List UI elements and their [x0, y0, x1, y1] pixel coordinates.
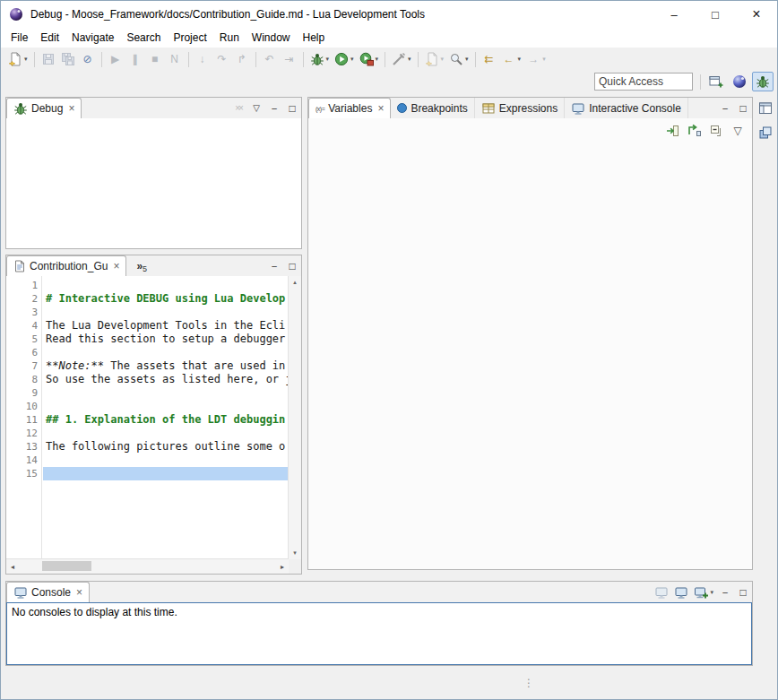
variables-tab-strip: (x)=Variables×BreakpointsExpressionsInte… [308, 98, 688, 118]
tab-breakpoints[interactable]: Breakpoints [391, 98, 474, 118]
minimize-button[interactable]: – [653, 1, 695, 28]
open-element-button[interactable]: ▾ [447, 49, 471, 69]
run-button[interactable]: ▾ [333, 49, 356, 69]
code-line[interactable] [43, 400, 289, 413]
step-over-button: ↷ [213, 49, 231, 69]
open-console-dropdown-icon[interactable]: ▾ [710, 589, 713, 596]
tab-console[interactable]: Console × [6, 582, 90, 603]
line-number: 9 [18, 386, 38, 400]
line-number-ruler[interactable]: 123456789101112131415 [18, 276, 42, 559]
run-dropdown-icon[interactable]: ▾ [350, 56, 354, 63]
code-line[interactable] [43, 454, 289, 467]
editor-text-area[interactable]: # Interactive DEBUG using Lua DevelopThe… [43, 276, 289, 559]
scroll-up-icon[interactable]: ▴ [289, 277, 301, 288]
skip-all-breakpoints-icon: ⊘ [81, 52, 95, 66]
new-wizard-button[interactable]: ▾ [6, 49, 30, 69]
tab-interactive-console[interactable]: Interactive Console [565, 98, 688, 118]
debug-dropdown-icon[interactable]: ▾ [326, 56, 330, 63]
collapse-all-button[interactable] [707, 121, 725, 141]
run-external-tools-dropdown-icon[interactable]: ▾ [376, 56, 379, 63]
debug-view-maximize-button[interactable]: □ [283, 98, 301, 118]
app-window: Debug - Moose_Framework/docs/Contributio… [0, 0, 778, 700]
lua-perspective-button[interactable] [729, 72, 750, 91]
tab-contribution-guide[interactable]: Contribution_Gu × [6, 255, 126, 277]
new-lua-wizard-dropdown-icon[interactable]: ▾ [441, 56, 445, 63]
editor-horizontal-scrollbar[interactable]: ◂ ▸ [6, 558, 289, 574]
hidden-editors-count: 5 [143, 264, 147, 273]
code-line[interactable] [43, 279, 289, 292]
code-line[interactable]: **Note:** The assets that are used in [43, 359, 289, 373]
new-lua-wizard-icon [425, 52, 439, 66]
show-logical-structure-button[interactable] [664, 121, 682, 141]
variables-maximize-button[interactable]: □ [734, 98, 752, 118]
debug-tab-close-icon[interactable]: × [68, 102, 74, 115]
view-menu-button[interactable]: ▽ [729, 121, 747, 141]
debug-view-minimize-button[interactable]: – [265, 98, 283, 118]
restore-minimized-view-a-icon[interactable] [757, 100, 774, 117]
close-button[interactable]: × [736, 1, 777, 28]
menu-run[interactable]: Run [213, 30, 246, 46]
annotation-ruler[interactable] [6, 276, 19, 559]
open-console-button[interactable]: ▾ [692, 583, 715, 602]
debug-view-menu-icon[interactable]: ▽ [247, 98, 265, 118]
console-tab-close-icon[interactable]: × [76, 586, 82, 599]
editor-tab-overflow[interactable]: »5 [132, 255, 151, 276]
menu-navigate[interactable]: Navigate [65, 30, 120, 46]
code-line[interactable]: # Interactive DEBUG using Lua Develop [43, 292, 289, 306]
debug-perspective-button[interactable] [752, 72, 774, 91]
menu-help[interactable]: Help [297, 30, 332, 46]
code-line[interactable] [43, 306, 289, 319]
scroll-left-icon[interactable]: ◂ [6, 559, 19, 574]
menu-edit[interactable]: Edit [34, 30, 65, 46]
open-element-dropdown-icon[interactable]: ▾ [465, 56, 469, 63]
cursor-line[interactable] [43, 467, 289, 480]
skip-all-breakpoints-button[interactable]: ⊘ [79, 49, 97, 69]
line-number: 12 [18, 427, 38, 440]
open-perspective-button[interactable] [705, 72, 727, 91]
code-line[interactable]: So use the assets as listed here, or j [43, 373, 289, 386]
maximize-button[interactable]: □ [695, 1, 736, 28]
menu-file[interactable]: File [4, 30, 34, 46]
console-minimize-button[interactable]: – [716, 582, 734, 602]
code-line[interactable] [43, 427, 289, 440]
tab-debug[interactable]: Debug × [6, 98, 82, 119]
display-selected-console-button[interactable] [672, 583, 690, 602]
code-line[interactable] [43, 346, 289, 359]
code-line[interactable]: Read this section to setup a debugger [43, 333, 289, 346]
back-history-dropdown-icon[interactable]: ▾ [518, 56, 522, 63]
tab-variables[interactable]: (x)=Variables× [308, 98, 391, 119]
menu-search[interactable]: Search [120, 30, 167, 46]
editor-maximize-button[interactable]: □ [283, 255, 301, 276]
variables-minimize-button[interactable]: – [716, 98, 734, 118]
run-external-tools-button[interactable]: ▾ [358, 49, 381, 69]
tab-expressions[interactable]: Expressions [475, 98, 565, 118]
scroll-down-icon[interactable]: ▾ [289, 548, 301, 558]
tab-close-icon[interactable]: × [377, 102, 384, 115]
new-wizard-dropdown-icon[interactable]: ▾ [24, 56, 28, 63]
scroll-right-icon[interactable]: ▸ [276, 559, 289, 574]
statusbar-drag-handle[interactable]: ⋮ [523, 677, 534, 689]
editor-vertical-scrollbar[interactable]: ▴ ▾ [288, 276, 301, 559]
attach-debugger-button[interactable]: ▾ [390, 49, 413, 69]
show-type-names-button[interactable] [686, 121, 704, 141]
use-step-filters-button: ⇥ [281, 49, 298, 69]
horizontal-scroll-thumb[interactable] [42, 561, 91, 571]
debug-button[interactable]: ▾ [308, 49, 332, 69]
menu-window[interactable]: Window [246, 30, 297, 46]
last-edit-location-button[interactable]: ⇇ [480, 49, 498, 69]
restore-minimized-view-b-icon[interactable] [757, 125, 774, 141]
console-maximize-button[interactable]: □ [734, 582, 752, 602]
forward-history-dropdown-icon[interactable]: ▾ [542, 56, 546, 63]
attach-debugger-dropdown-icon[interactable]: ▾ [408, 56, 411, 63]
editor-minimize-button[interactable]: – [265, 255, 283, 276]
quick-access-input[interactable] [594, 73, 693, 91]
menu-project[interactable]: Project [167, 30, 212, 46]
editor-tab-close-icon[interactable]: × [113, 260, 119, 272]
code-line[interactable] [43, 386, 289, 400]
code-line[interactable]: The following pictures outline some o [43, 440, 289, 454]
code-line[interactable]: The Lua Development Tools in the Ecli [43, 319, 289, 333]
code-line[interactable]: ## 1. Explanation of the LDT debuggin [43, 413, 289, 427]
line-number: 15 [18, 467, 38, 480]
show-logical-structure-icon [666, 124, 680, 138]
back-history-button[interactable]: ←▾ [500, 49, 523, 69]
